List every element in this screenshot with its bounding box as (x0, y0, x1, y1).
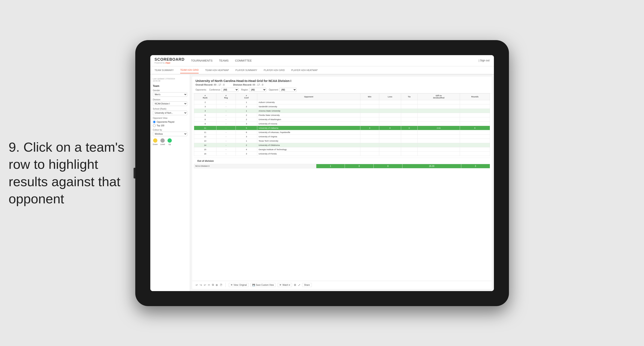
share-label: Share (304, 284, 310, 286)
cell-reg: - (216, 134, 236, 139)
table-row[interactable]: 15 - 4 Georgia Institute of Technology (194, 147, 490, 151)
table-row[interactable]: 9 - 3 University of Arizona (194, 121, 490, 126)
table-row[interactable]: 8 - 2 University of Washington (194, 117, 490, 121)
sub-nav-player-summary[interactable]: PLAYER SUMMARY (235, 67, 257, 73)
sub-nav-player-h2h-grid[interactable]: PLAYER H2H GRID (264, 67, 285, 73)
cell-win (360, 121, 379, 126)
cell-tie (401, 104, 418, 108)
table-row[interactable]: 11 - 5 University of Alabama 3 0 0 2.61 … (194, 126, 490, 130)
cell-conf: 6 (236, 130, 257, 134)
cell-reg: - (216, 147, 236, 151)
cell-opponent: Arizona State University (257, 108, 360, 113)
cell-win (360, 100, 379, 104)
cell-conf: 4 (236, 147, 257, 151)
table-row[interactable]: 11 - 6 University of Arkansas, Fayettevi… (194, 130, 490, 134)
cell-rounds (460, 130, 490, 134)
expand-icon[interactable]: ⤢ (298, 283, 300, 287)
cell-loss (379, 121, 401, 126)
redo-icon[interactable]: ↪ (200, 283, 202, 287)
clock-icon[interactable]: ⏱ (220, 283, 222, 287)
logo-text: SCOREBOARD (154, 57, 185, 62)
cell-opponent: Texas Tech University (257, 139, 360, 143)
cell-win (360, 108, 379, 113)
cell-diff (418, 113, 460, 117)
legend: Down Level Up (153, 138, 187, 145)
settings-icon[interactable]: ⚙ (294, 283, 296, 287)
cell-loss (379, 151, 401, 156)
sub-nav-player-h2h-heatmap[interactable]: PLAYER H2H HEATMAP (291, 67, 318, 73)
cell-rank: 4 (194, 108, 216, 113)
sub-nav-team-h2h-grid[interactable]: TEAM H2H GRID (180, 67, 199, 73)
cell-rounds (460, 134, 490, 139)
scissors-icon[interactable]: ✂ (208, 283, 210, 287)
cell-tie (401, 108, 418, 113)
cell-win (360, 143, 379, 147)
cell-diff (418, 108, 460, 113)
cell-loss: 0 (379, 126, 401, 130)
ood-rounds: 3 (461, 164, 490, 168)
opponent-select[interactable]: (All) (279, 88, 296, 92)
cell-rounds (460, 139, 490, 143)
cell-conf: 3 (236, 121, 257, 126)
region-select[interactable]: (All) (249, 88, 266, 92)
watch-btn[interactable]: 👁 Watch ▾ (278, 283, 292, 287)
table-row[interactable]: 6 - 2 Florida State University (194, 113, 490, 117)
nav-tournaments[interactable]: TOURNAMENTS (191, 58, 212, 63)
up-circle (168, 138, 172, 143)
cell-conf: 2 (236, 117, 257, 121)
cell-win (360, 139, 379, 143)
table-row[interactable]: 16 - 3 University of Florida (194, 151, 490, 156)
table-row[interactable]: 13 - 1 Texas Tech University (194, 139, 490, 143)
undo-icon[interactable]: ↩ (196, 283, 198, 287)
sub-nav-team-h2h-heatmap[interactable]: TEAM H2H HEATMAP (205, 67, 229, 73)
table-row[interactable]: 14 - 2 University of Oklahoma (194, 143, 490, 147)
nav-teams[interactable]: TEAMS (219, 58, 229, 63)
gender-select[interactable]: Men's (153, 92, 187, 97)
division-label: Division (153, 98, 187, 101)
share-btn[interactable]: Share (302, 283, 312, 287)
division-select[interactable]: NCAA Division I (153, 101, 187, 106)
logo-area: SCOREBOARD Powered by clippi (154, 57, 185, 64)
view-original-btn[interactable]: 👁 View: Original (229, 283, 249, 287)
school-select[interactable]: University of Nort... (153, 111, 187, 115)
cell-conf: 1 (236, 100, 257, 104)
cell-win (360, 151, 379, 156)
cell-reg: - (216, 143, 236, 147)
cell-rank: 13 (194, 139, 216, 143)
cell-win (360, 134, 379, 139)
paste-icon[interactable]: ⊕ (216, 283, 218, 287)
cell-loss (379, 147, 401, 151)
table-row[interactable]: 4 - 1 Arizona State University (194, 108, 490, 113)
opponent-played-option[interactable]: Opponents Played (153, 121, 187, 123)
nav-committee[interactable]: COMMITTEE (235, 58, 252, 63)
save-icon: 💾 (252, 284, 255, 286)
tablet-side-button (134, 168, 135, 178)
save-custom-view-btn[interactable]: 💾 Save Custom View (250, 283, 276, 287)
cell-conf: 1 (236, 139, 257, 143)
cell-opponent: Florida State University (257, 113, 360, 117)
out-of-division-row[interactable]: NCAA Division II 1 0 0 26.00 3 (194, 164, 490, 168)
cell-opponent: University of Alabama (257, 126, 360, 130)
ood-tie: 0 (374, 164, 402, 168)
logo-powered: Powered by clippi (154, 62, 185, 64)
sign-in-link[interactable]: | Sign out (479, 59, 490, 62)
cell-rounds (460, 121, 490, 126)
table-row[interactable]: 12 - 3 University of Virginia (194, 134, 490, 139)
ood-label: NCAA Division II (194, 164, 316, 168)
cell-rank: 9 (194, 121, 216, 126)
grid-area: University of North Carolina Head-to-Hea… (192, 77, 492, 289)
table-row[interactable]: 3 - 2 Vanderbilt University (194, 104, 490, 108)
cell-win (360, 117, 379, 121)
opponents-filter-label: Opponents: (196, 89, 207, 91)
colour-by-select[interactable]: Win/loss (153, 132, 187, 136)
conference-select[interactable]: (All) (222, 88, 238, 92)
cell-diff (418, 139, 460, 143)
undo2-icon[interactable]: ↩ (204, 283, 206, 287)
cell-reg: - (216, 126, 236, 130)
cell-diff (418, 104, 460, 108)
sub-nav-team-summary[interactable]: TEAM SUMMARY (154, 67, 174, 73)
table-row[interactable]: 2 - 1 Auburn University (194, 100, 490, 104)
copy-icon[interactable]: ⧉ (212, 283, 214, 287)
top-100-option[interactable]: Top 100 (153, 124, 187, 127)
col-rounds: Rounds (460, 93, 490, 100)
